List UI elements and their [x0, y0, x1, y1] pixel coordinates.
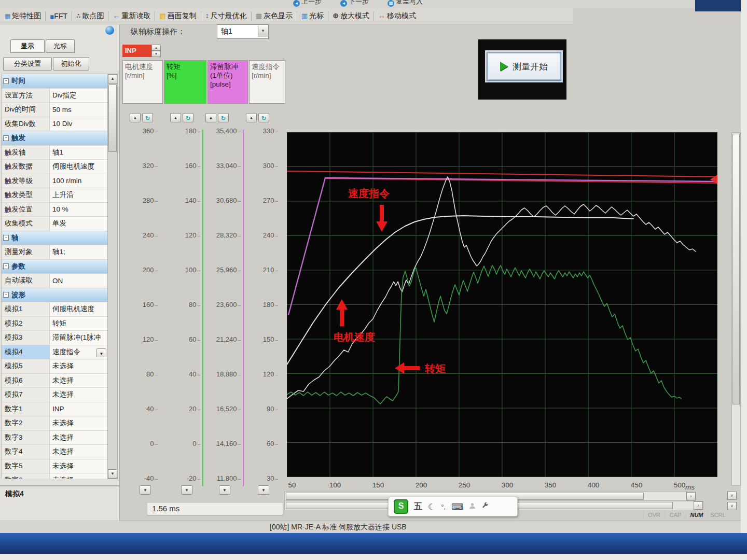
auto-scale-icon[interactable]: ↻	[142, 113, 153, 122]
wubi-mode-icon[interactable]: 五	[414, 501, 422, 512]
scale-up-icon[interactable]: ▲	[205, 113, 216, 122]
ime-toolbar[interactable]: S 五 ☾ °, ⌨	[388, 497, 518, 516]
scale-down-icon[interactable]: ▼	[140, 485, 151, 495]
property-row-测量对象[interactable]: 测量对象轴1;	[2, 245, 107, 260]
property-row-收集Div数[interactable]: 收集Div数10 Div	[2, 117, 107, 132]
toolbar-item-fit[interactable]: 尺寸最优化	[203, 10, 250, 22]
collapse-icon[interactable]: -	[3, 292, 9, 298]
auto-scale-icon[interactable]: ↻	[183, 113, 193, 122]
section-header-时间[interactable]: -时间	[2, 74, 107, 89]
toolbar-item-zoom[interactable]: 放大模式	[330, 10, 372, 22]
property-row-模拟5[interactable]: 模拟5未选择	[2, 359, 107, 374]
scroll-up-icon[interactable]: ▲	[108, 74, 117, 83]
collapse-icon[interactable]: -	[3, 263, 9, 269]
channel-header-3[interactable]: 滞留脉冲(1单位)[pulse]	[208, 60, 248, 104]
toolbar-item-scatter[interactable]: 散点图	[74, 10, 106, 22]
property-row-自动读取[interactable]: 自动读取ON	[2, 274, 107, 288]
scroll-down-icon[interactable]: ▼	[108, 469, 117, 479]
scale-tick-value: 180	[185, 127, 200, 135]
scale-up-icon[interactable]: ▲	[246, 113, 257, 122]
chevron-down-icon[interactable]: ▼	[258, 25, 268, 37]
property-row-模拟7[interactable]: 模拟7未选择	[2, 388, 107, 402]
property-row-数字4[interactable]: 数字4未选择	[2, 445, 107, 459]
initialize-button[interactable]: 初始化	[53, 57, 89, 71]
property-row-模拟6[interactable]: 模拟6未选择	[2, 374, 107, 388]
scale-down-icon[interactable]: ▼	[219, 485, 230, 495]
property-row-数字6[interactable]: 数字6未选择	[2, 473, 107, 479]
scrollbar-thumb[interactable]	[108, 85, 117, 152]
toolbar-overflow-item-1[interactable]: ◂下一步	[338, 0, 371, 6]
auto-scale-icon[interactable]: ↻	[218, 113, 229, 122]
scale-up-icon[interactable]: ▲	[170, 113, 181, 122]
property-row-触发轴[interactable]: 触发轴轴1	[2, 146, 107, 160]
scale-down-icon[interactable]: ▼	[258, 485, 269, 495]
property-row-设置方法[interactable]: 设置方法Div指定	[2, 89, 107, 103]
spinner-up-icon[interactable]: ▲	[151, 45, 161, 51]
collapse-icon[interactable]: -	[3, 78, 9, 84]
spinner-down-icon[interactable]: ▼	[151, 51, 161, 57]
section-header-波形[interactable]: -波形	[2, 288, 107, 303]
collapse-icon[interactable]: -	[3, 135, 9, 141]
scale-down-icon[interactable]: ▼	[181, 485, 192, 495]
property-row-数字5[interactable]: 数字5未选择	[2, 459, 107, 474]
property-row-数字2[interactable]: 数字2未选择	[2, 416, 107, 431]
toolbar-item-move[interactable]: 移动模式	[376, 10, 419, 22]
property-row-收集模式[interactable]: 收集模式单发	[2, 217, 107, 231]
property-row-模拟4[interactable]: 模拟4速度指令▼	[2, 345, 107, 360]
keyboard-icon[interactable]: ⌨	[451, 502, 463, 512]
sidebar-scrollbar[interactable]: ▲ ▼	[107, 74, 118, 479]
property-row-触发位置[interactable]: 触发位置10 %	[2, 203, 107, 217]
user-icon[interactable]	[469, 502, 476, 511]
main-toolbar: 矩特性图FFT散点图重新读取画面复制尺寸最优化灰色显示光标放大模式移动模式	[0, 8, 573, 24]
toolbar-separator	[297, 11, 297, 21]
chart-icon	[5, 12, 10, 20]
property-row-触发等级[interactable]: 触发等级100 r/min	[2, 174, 107, 189]
property-row-模拟3[interactable]: 模拟3滞留脉冲(1脉冲	[2, 331, 107, 345]
start-measurement-button[interactable]: 测量开始	[487, 52, 561, 81]
scale-up-icon[interactable]: ▲	[130, 113, 141, 122]
section-header-轴[interactable]: -轴	[2, 231, 107, 246]
dropdown-arrow-icon[interactable]: ▼	[96, 348, 106, 357]
sogou-logo-icon[interactable]: S	[394, 499, 408, 514]
channel-header-4[interactable]: 速度指令[r/min]	[249, 60, 285, 104]
channel-header-1[interactable]: 电机速度[r/min]	[122, 60, 163, 104]
wrench-icon[interactable]	[481, 502, 489, 511]
toolbar-item-cursor[interactable]: 光标	[299, 10, 326, 22]
toolbar-item-chart[interactable]: 矩特性图	[2, 10, 44, 22]
scatter-icon	[76, 12, 80, 20]
toolbar-item-copy[interactable]: 画面复制	[157, 10, 199, 22]
toolbar-item-back[interactable]: 重新读取	[110, 10, 153, 22]
waveform-chart[interactable]: 速度指令电机速度转矩	[287, 132, 717, 477]
scroll-down-icon[interactable]: ˅	[727, 492, 737, 500]
vertical-scrollbar[interactable]	[731, 132, 741, 486]
toolbar-item-gray[interactable]: 灰色显示	[253, 10, 295, 22]
toolbar-overflow-item-0[interactable]: ◂上一步	[290, 0, 324, 6]
section-header-参数[interactable]: -参数	[2, 260, 107, 274]
property-row-数字1[interactable]: 数字1INP	[2, 402, 107, 417]
tab-cursor[interactable]: 光标	[46, 39, 75, 53]
scrollbar-thumb[interactable]	[732, 134, 740, 404]
tab-display[interactable]: 显示	[10, 39, 45, 53]
auto-scale-icon[interactable]: ↻	[258, 113, 269, 122]
axis-select[interactable]: 轴1 ▼	[217, 24, 269, 39]
property-row-触发数据[interactable]: 触发数据伺服电机速度	[2, 160, 107, 174]
windows-taskbar[interactable]	[0, 533, 747, 554]
channel-header-2[interactable]: 转矩[%]	[164, 60, 206, 104]
punctuation-icon[interactable]: °,	[441, 503, 446, 511]
scroll-right-icon[interactable]: ›	[686, 492, 696, 500]
collapse-icon[interactable]: -	[3, 235, 9, 241]
property-row-Div的时间[interactable]: Div的时间50 ms	[2, 103, 107, 117]
category-settings-button[interactable]: 分类设置	[3, 57, 52, 71]
scroll-down-icon[interactable]: ˅	[727, 502, 737, 510]
property-row-模拟1[interactable]: 模拟1伺服电机速度	[2, 302, 107, 317]
property-row-模拟2[interactable]: 模拟2转矩	[2, 317, 107, 331]
scroll-right-icon[interactable]: ›	[694, 501, 703, 510]
x-tick-label: 400	[583, 481, 604, 489]
inp-spinner[interactable]: ▲ ▼	[151, 45, 161, 57]
toolbar-item-fft[interactable]: FFT	[47, 11, 70, 21]
toolbar-overflow-item-2[interactable]: ▦复盖写入	[385, 0, 425, 6]
moon-icon[interactable]: ☾	[428, 502, 435, 512]
section-header-触发[interactable]: -触发	[2, 131, 107, 146]
property-row-触发类型[interactable]: 触发类型上升沿	[2, 188, 107, 203]
property-row-数字3[interactable]: 数字3未选择	[2, 431, 107, 445]
